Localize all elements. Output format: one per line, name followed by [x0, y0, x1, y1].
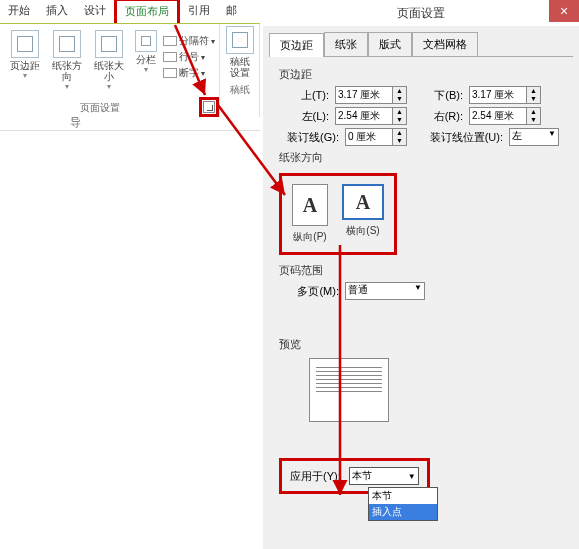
small-tools: 分隔符▾ 行号▾ 断字▾ [163, 28, 215, 93]
top-input[interactable]: ▲▼ [335, 86, 407, 104]
editor-area[interactable] [0, 130, 260, 549]
ribbon-tabs: 开始 插入 设计 页面布局 引用 邮 [0, 0, 260, 24]
close-button[interactable]: × [549, 0, 579, 22]
apply-option[interactable]: 插入点 [369, 504, 437, 520]
dlg-tab-margins[interactable]: 页边距 [269, 33, 324, 57]
bottom-label: 下(B): [413, 88, 463, 103]
dialog-body: 页边距 上(T): ▲▼ 下(B): ▲▼ 左(L): ▲▼ 右(R): ▲▼ … [269, 56, 573, 500]
size-icon [95, 30, 123, 58]
tab-home[interactable]: 开始 [0, 0, 38, 23]
dialog-title-bar: 页面设置 × [263, 0, 579, 26]
dlg-tab-layout[interactable]: 版式 [368, 32, 412, 56]
tab-references[interactable]: 引用 [180, 0, 218, 23]
dialog-title: 页面设置 [397, 5, 445, 22]
dialog-tabs: 页边距 纸张 版式 文档网格 [263, 26, 579, 56]
chevron-down-icon: ▾ [144, 65, 148, 74]
chevron-down-icon: ▾ [65, 82, 69, 91]
section-orientation: 纸张方向 [279, 150, 563, 165]
apply-label: 应用于(Y): [290, 469, 341, 484]
tab-mail[interactable]: 邮 [218, 0, 245, 23]
right-label: 右(R): [413, 109, 463, 124]
dialog-launcher-highlight [199, 97, 219, 117]
chevron-down-icon: ▾ [23, 71, 27, 80]
tab-design[interactable]: 设计 [76, 0, 114, 23]
chevron-down-icon: ▼ [408, 472, 416, 481]
apply-select[interactable]: 本节 ▼ [349, 467, 419, 485]
btn-manuscript[interactable]: 稿纸 设置 [220, 24, 260, 80]
btn-margins[interactable]: 页边距 ▾ [5, 28, 45, 93]
dlg-tab-grid[interactable]: 文档网格 [412, 32, 478, 56]
preview-thumb [309, 358, 389, 422]
apply-option[interactable]: 本节 [369, 488, 437, 504]
gutter-input[interactable]: ▲▼ [345, 128, 407, 146]
tab-insert[interactable]: 插入 [38, 0, 76, 23]
manuscript-icon [226, 26, 254, 54]
margins-icon [11, 30, 39, 58]
group-manuscript: 稿纸 设置 稿纸 [220, 24, 260, 117]
orient-portrait[interactable]: A 纵向(P) [292, 184, 328, 244]
spin-up-icon[interactable]: ▲ [393, 87, 406, 95]
orient-landscape[interactable]: A 横向(S) [342, 184, 384, 244]
top-label: 上(T): [279, 88, 329, 103]
section-pagerange: 页码范围 [279, 263, 563, 278]
spin-down-icon[interactable]: ▼ [393, 95, 406, 103]
btn-size[interactable]: 纸张大小 ▾ [89, 28, 129, 93]
section-preview: 预览 [279, 337, 563, 352]
multipage-select[interactable]: 普通▼ [345, 282, 425, 300]
btn-line-numbers[interactable]: 行号▾ [163, 50, 215, 64]
left-input[interactable]: ▲▼ [335, 107, 407, 125]
gutter-label: 装订线(G): [279, 130, 339, 145]
btn-breaks[interactable]: 分隔符▾ [163, 34, 215, 48]
gutter-pos-select[interactable]: 左▼ [509, 128, 559, 146]
apply-dropdown: 本节 插入点 [368, 487, 438, 521]
btn-columns[interactable]: 分栏 ▾ [131, 28, 161, 93]
right-input[interactable]: ▲▼ [469, 107, 541, 125]
dialog-launcher[interactable] [203, 101, 215, 113]
lineno-icon [163, 52, 177, 62]
btn-hyphenation[interactable]: 断字▾ [163, 66, 215, 80]
btn-orientation[interactable]: 纸张方向 ▾ [47, 28, 87, 93]
group-page-setup: 页边距 ▾ 纸张方向 ▾ 纸张大小 ▾ 分栏 ▾ [0, 24, 220, 117]
portrait-icon: A [292, 184, 328, 226]
left-label: 左(L): [279, 109, 329, 124]
columns-icon [135, 30, 157, 52]
landscape-icon: A [342, 184, 384, 220]
apply-highlight: 应用于(Y): 本节 ▼ 本节 插入点 [279, 458, 430, 494]
multipage-label: 多页(M): [279, 284, 339, 299]
breaks-icon [163, 36, 177, 46]
chevron-down-icon: ▾ [107, 82, 111, 91]
section-margins: 页边距 [279, 67, 563, 82]
dlg-tab-paper[interactable]: 纸张 [324, 32, 368, 56]
tab-page-layout[interactable]: 页面布局 [114, 0, 180, 23]
group-label-page-setup: 页面设置 [0, 98, 199, 117]
hyphen-icon [163, 68, 177, 78]
page-setup-dialog: 页面设置 × 页边距 纸张 版式 文档网格 页边距 上(T): ▲▼ 下(B):… [263, 0, 579, 549]
gutter-pos-label: 装订线位置(U): [413, 130, 503, 145]
bottom-input[interactable]: ▲▼ [469, 86, 541, 104]
group-label-manuscript: 稿纸 [230, 80, 250, 99]
orientation-icon [53, 30, 81, 58]
orientation-highlight: A 纵向(P) A 横向(S) [279, 173, 397, 255]
